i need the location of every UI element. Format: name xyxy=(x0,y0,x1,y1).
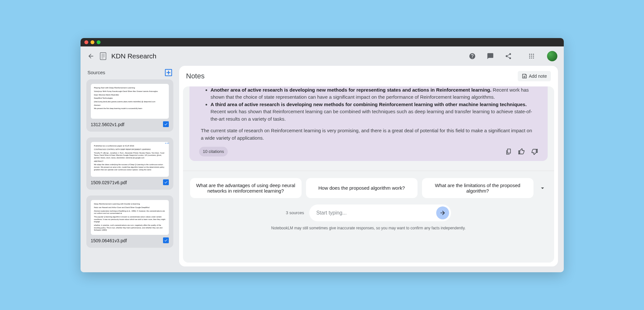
chat-area: Another area of active research is devel… xyxy=(183,86,554,263)
svg-point-6 xyxy=(531,54,532,55)
top-bar: KDN Research xyxy=(81,46,564,66)
arrow-back-icon xyxy=(87,53,94,60)
thumbs-down-button[interactable] xyxy=(531,148,538,155)
suggestions-row: What are the advantages of using deep ne… xyxy=(183,171,554,201)
sources-title: Sources xyxy=(88,70,105,75)
source-card[interactable]: Deep Reinforcement Learning with Double … xyxy=(86,195,173,248)
response-bullet: Another area of active research is devel… xyxy=(211,86,538,101)
add-note-button[interactable]: Add note xyxy=(518,71,551,81)
app-window: KDN Research Sources Playing Atari xyxy=(81,38,564,272)
window-close-button[interactable] xyxy=(84,40,88,44)
share-icon xyxy=(505,53,512,60)
source-checkbox[interactable] xyxy=(163,179,169,185)
svg-point-10 xyxy=(533,55,534,56)
window-maximize-button[interactable] xyxy=(97,40,101,44)
apps-button[interactable] xyxy=(528,52,535,60)
apps-grid-icon xyxy=(528,53,535,59)
sources-header: Sources xyxy=(86,66,173,79)
svg-point-13 xyxy=(533,57,534,58)
source-filename: 1509.06461v3.pdf xyxy=(91,238,169,243)
document-icon xyxy=(100,52,106,60)
svg-point-8 xyxy=(529,55,530,56)
source-thumbnail: Published as a conference paper at ICLR … xyxy=(91,142,169,177)
source-count-label: 3 sources xyxy=(286,210,304,215)
send-button[interactable] xyxy=(436,206,449,219)
source-thumbnail: Deep Reinforcement Learning with Double … xyxy=(91,200,169,235)
window-minimize-button[interactable] xyxy=(91,40,94,44)
svg-point-7 xyxy=(533,54,534,55)
copy-button[interactable] xyxy=(505,148,512,155)
notes-title: Notes xyxy=(186,72,205,80)
chat-input[interactable] xyxy=(316,210,436,216)
citations-badge[interactable]: 10 citations xyxy=(199,147,228,156)
input-row: 3 sources xyxy=(183,201,554,223)
expand-suggestions-button[interactable] xyxy=(538,185,547,192)
copy-icon xyxy=(505,148,512,155)
share-button[interactable] xyxy=(505,52,512,60)
response-closing: The current state of research on Reinfor… xyxy=(199,127,538,142)
source-thumbnail: Playing Atari with Deep Reinforcement Le… xyxy=(91,84,169,119)
svg-point-12 xyxy=(531,57,532,58)
suggestion-chip[interactable]: What are the limitations of the proposed… xyxy=(422,178,533,198)
user-avatar[interactable] xyxy=(547,51,557,61)
arrow-forward-icon xyxy=(439,210,446,216)
response-footer: 10 citations xyxy=(199,147,538,156)
svg-rect-0 xyxy=(100,53,106,60)
main-panel: Notes Add note Another area of active re… xyxy=(179,66,558,266)
chat-input-container xyxy=(309,205,451,221)
source-filename: 1509.02971v6.pdf xyxy=(91,180,169,185)
feedback-icons xyxy=(505,148,538,155)
thumbs-down-icon xyxy=(531,148,538,155)
check-icon xyxy=(164,238,168,242)
source-checkbox[interactable] xyxy=(163,237,169,243)
main-header: Notes Add note xyxy=(179,66,558,86)
disclaimer-text: NotebookLM may still sometimes give inac… xyxy=(183,223,554,234)
note-add-icon xyxy=(522,73,527,79)
response-bullets: Another area of active research is devel… xyxy=(199,86,538,123)
svg-point-5 xyxy=(529,54,530,55)
window-titlebar xyxy=(81,38,564,46)
svg-point-11 xyxy=(529,57,530,58)
back-button[interactable] xyxy=(87,52,95,60)
source-filename: 1312.5602v1.pdf xyxy=(91,122,169,127)
source-card[interactable]: Playing Atari with Deep Reinforcement Le… xyxy=(86,79,173,132)
feedback-button[interactable] xyxy=(486,52,494,60)
source-card[interactable]: ⋮ Published as a conference paper at ICL… xyxy=(86,137,173,190)
sources-sidebar: Sources Playing Atari with Deep Reinforc… xyxy=(86,66,173,266)
check-icon xyxy=(164,122,168,126)
add-note-label: Add note xyxy=(529,74,547,79)
plus-icon xyxy=(166,70,171,75)
notebook-title[interactable]: KDN Research xyxy=(111,52,157,60)
suggestion-chip[interactable]: How does the proposed algorithm work? xyxy=(306,178,418,198)
suggestion-chip[interactable]: What are the advantages of using deep ne… xyxy=(190,178,302,198)
response-bullet: A third area of active research is devel… xyxy=(211,101,538,123)
response-card: Another area of active research is devel… xyxy=(189,86,548,161)
source-checkbox[interactable] xyxy=(163,121,169,127)
chevron-down-icon xyxy=(539,185,546,192)
thumbs-up-icon xyxy=(518,148,525,155)
help-icon xyxy=(469,53,476,60)
source-more-button[interactable]: ⋮ xyxy=(165,141,169,145)
add-source-button[interactable] xyxy=(165,69,172,76)
svg-point-9 xyxy=(531,55,532,56)
content-area: Sources Playing Atari with Deep Reinforc… xyxy=(81,66,564,272)
help-button[interactable] xyxy=(468,52,476,60)
chat-icon xyxy=(487,53,494,60)
thumbs-up-button[interactable] xyxy=(518,148,525,155)
check-icon xyxy=(164,180,168,184)
